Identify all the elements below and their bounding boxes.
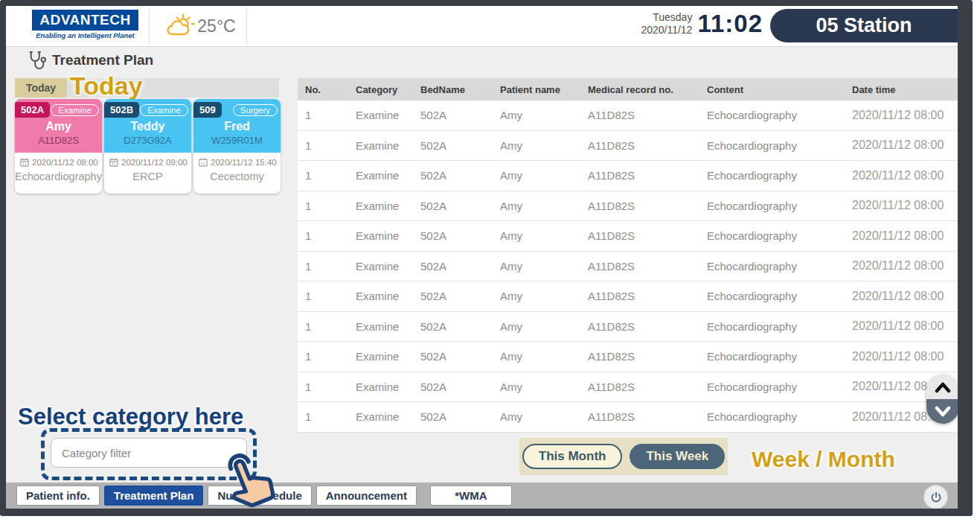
sun-cloud-icon	[166, 13, 196, 39]
table-cell: Echocardiography	[699, 290, 845, 302]
table-row[interactable]: 1Examine502AAmyA11D82SEchocardiography20…	[298, 221, 958, 252]
table-cell: Echocardiography	[699, 109, 845, 121]
power-button[interactable]	[923, 485, 948, 509]
table-cell: 502A	[413, 200, 493, 212]
table-cell: Examine	[348, 109, 413, 121]
nav-announcement[interactable]: Announcement	[316, 485, 417, 506]
patient-card[interactable]: 509 Surgery Fred W259R01M 2020/11/12 15:…	[193, 99, 281, 194]
table-cell: Examine	[348, 200, 413, 212]
table-cell: A11D82S	[580, 260, 699, 273]
today-bar: Today	[15, 78, 279, 98]
this-week-button[interactable]: This Week	[630, 444, 725, 469]
table-cell: Examine	[348, 350, 413, 363]
weekday: Tuesday	[641, 11, 692, 25]
patient-name: Teddy	[104, 120, 191, 133]
table-cell: 1	[298, 200, 348, 212]
medical-record: W259R01M	[193, 135, 281, 146]
table-cell: Amy	[493, 109, 580, 121]
nav-treatment-plan[interactable]: Treatment Plan	[104, 485, 204, 506]
table-cell: A11D82S	[580, 290, 699, 302]
table-cell: Examine	[348, 381, 413, 393]
calendar-icon	[109, 158, 118, 167]
table-cell: Echocardiography	[699, 260, 845, 273]
table-row[interactable]: 1Examine502AAmyA11D82SEchocardiography20…	[298, 372, 958, 403]
table-cell: A11D82S	[580, 350, 699, 363]
bed-badge: 502B	[104, 102, 139, 118]
table-cell: Examine	[348, 260, 413, 273]
table-cell: 2020/11/12 08:00	[845, 259, 958, 273]
brand-tagline: Enabling an Intelligent Planet	[24, 31, 147, 39]
power-icon	[929, 491, 943, 504]
column-header: Category	[348, 84, 413, 95]
table-cell: 502A	[413, 410, 493, 423]
table-cell: 2020/11/12 08:00	[845, 199, 958, 212]
nav-wma[interactable]: *WMA	[430, 485, 512, 506]
scroll-up-button[interactable]	[926, 375, 958, 399]
calendar-icon	[199, 158, 208, 167]
divider	[246, 7, 247, 45]
table-cell: 1	[298, 109, 348, 121]
table-cell: A11D82S	[580, 229, 699, 242]
table-row[interactable]: 1Examine502AAmyA11D82SEchocardiography20…	[298, 161, 958, 191]
stethoscope-icon	[28, 51, 46, 70]
table-cell: Examine	[348, 410, 413, 423]
card-content: Echocardiography	[15, 171, 102, 182]
brand-name: ADVANTECH	[32, 10, 138, 31]
table-cell: 1	[298, 169, 348, 182]
table-cell: A11D82S	[580, 109, 699, 121]
table-row[interactable]: 1Examine502AAmyA11D82SEchocardiography20…	[298, 402, 958, 433]
table-row[interactable]: 1Examine502AAmyA11D82SEchocardiography20…	[298, 281, 958, 312]
annotation-today: Today	[70, 71, 143, 101]
card-datetime: 2020/11/12 08:00	[32, 158, 98, 167]
patient-card[interactable]: 502B Examine Teddy D273G92A 2020/11/12 0…	[104, 99, 191, 194]
temperature: 25°C	[197, 16, 235, 36]
table-row[interactable]: 1Examine502AAmyA11D82SEchocardiography20…	[298, 131, 958, 162]
table-cell: 2020/11/12 08:00	[845, 290, 958, 303]
this-month-button[interactable]: This Month	[522, 444, 623, 469]
device-frame: ADVANTECH Enabling an Intelligent Planet…	[0, 0, 973, 516]
date: 2020/11/12	[641, 24, 692, 37]
category-pill: Examine	[140, 104, 188, 116]
table-cell: Amy	[493, 169, 580, 182]
table-cell: 1	[298, 381, 348, 393]
table-cell: 2020/11/12 08:00	[845, 169, 958, 182]
advantech-logo: ADVANTECH Enabling an Intelligent Planet	[24, 10, 147, 39]
column-header: No.	[298, 84, 348, 95]
category-pill: Examine	[51, 104, 99, 116]
table-cell: 1	[298, 350, 348, 363]
table-row[interactable]: 1Examine502AAmyA11D82SEchocardiography20…	[298, 191, 958, 222]
table-cell: Echocardiography	[699, 139, 845, 152]
table-body: 1Examine502AAmyA11D82SEchocardiography20…	[298, 101, 958, 433]
table-cell: 2020/11/12 08:00	[845, 109, 958, 122]
patient-cards: 502A Examine Amy A11D82S 2020/11/12 08:0…	[15, 99, 281, 194]
patient-name: Amy	[15, 120, 102, 133]
station-badge: 05 Station	[770, 9, 958, 42]
table-row[interactable]: 1Examine502AAmyA11D82SEchocardiography20…	[298, 252, 958, 282]
tab-today[interactable]: Today	[15, 78, 67, 98]
table-cell: Echocardiography	[699, 200, 845, 212]
table-cell: Amy	[493, 320, 580, 333]
treatment-table: No. Category BedName Patient name Medica…	[298, 78, 958, 433]
bed-badge: 509	[193, 102, 222, 118]
table-cell: 502A	[413, 109, 493, 121]
table-cell: Amy	[493, 229, 580, 242]
table-cell: 502A	[413, 169, 493, 182]
card-datetime: 2020/11/12 15:40	[211, 158, 277, 167]
table-row[interactable]: 1Examine502AAmyA11D82SEchocardiography20…	[298, 342, 958, 372]
nav-patient-info[interactable]: Patient info.	[16, 485, 100, 506]
column-header: Date time	[845, 84, 958, 95]
table-cell: Amy	[493, 381, 580, 393]
table-row[interactable]: 1Examine502AAmyA11D82SEchocardiography20…	[298, 312, 958, 343]
table-cell: 2020/11/12 08:00	[845, 138, 958, 152]
table-row[interactable]: 1Examine502AAmyA11D82SEchocardiography20…	[298, 101, 958, 131]
table-cell: 1	[298, 229, 348, 242]
table-cell: Examine	[348, 320, 413, 333]
column-header: Patient name	[493, 84, 580, 95]
bottom-nav-bar: Patient info. Treatment Plan Nurse Sched…	[6, 483, 958, 509]
table-cell: Amy	[493, 410, 580, 423]
table-cell: A11D82S	[580, 410, 699, 423]
patient-card[interactable]: 502A Examine Amy A11D82S 2020/11/12 08:0…	[15, 99, 102, 194]
table-cell: 1	[298, 410, 348, 423]
table-cell: 502A	[413, 381, 493, 393]
table-cell: Examine	[348, 290, 413, 302]
